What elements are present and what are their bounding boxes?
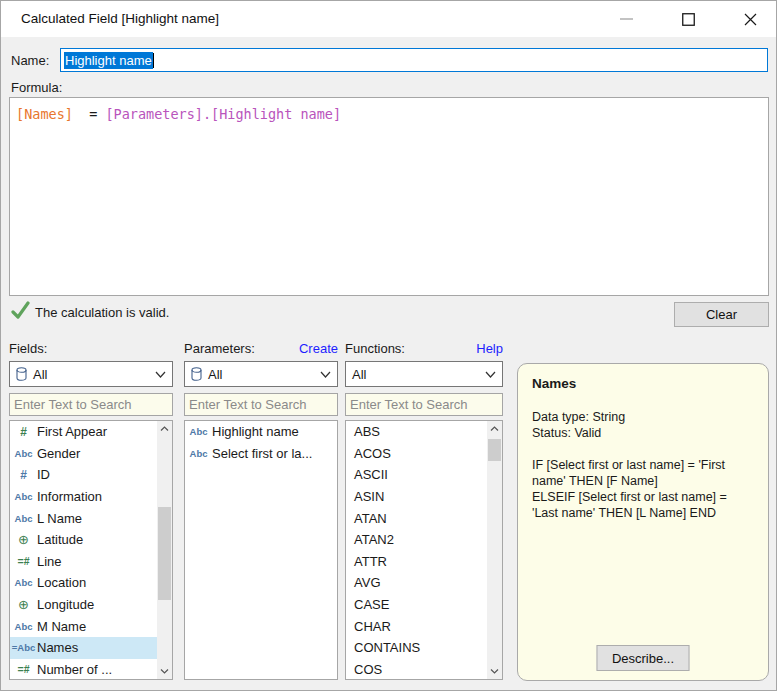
fields-scrollbar-thumb[interactable] <box>158 507 171 600</box>
field-row-label: Gender <box>37 446 80 461</box>
window-controls <box>612 1 764 37</box>
field-row-label: Location <box>37 575 86 590</box>
field-row-label: ID <box>37 467 50 482</box>
functions-list: ABS ACOS ASCII ASIN ATAN ATAN2 ATTR AVG … <box>345 420 503 680</box>
field-row-label: Information <box>37 489 102 504</box>
scroll-down-icon[interactable] <box>157 664 172 679</box>
function-row-label: AVG <box>354 575 381 590</box>
string-type-icon: Abc <box>10 577 37 588</box>
name-value-selected: Highlight name <box>64 52 153 69</box>
parameter-row-label: Highlight name <box>212 424 299 439</box>
parameter-row[interactable]: AbcHighlight name <box>185 421 337 443</box>
functions-label: Functions: <box>345 341 405 356</box>
describe-button[interactable]: Describe... <box>597 645 690 671</box>
minimize-button[interactable] <box>612 5 640 33</box>
calculated-string-icon: =Abc <box>10 642 37 653</box>
function-row[interactable]: CHAR <box>346 615 487 637</box>
function-row[interactable]: ATAN <box>346 507 487 529</box>
field-row[interactable]: #First Appear <box>10 421 157 443</box>
parameters-search-input[interactable] <box>184 393 338 416</box>
chevron-down-icon <box>320 371 331 378</box>
function-row[interactable]: CASE <box>346 594 487 616</box>
field-row[interactable]: AbcL Name <box>10 507 157 529</box>
formula-editor[interactable]: [Names] = [Parameters].[Highlight name] <box>9 97 769 296</box>
titlebar[interactable]: Calculated Field [Highlight name] <box>1 1 776 37</box>
field-row[interactable]: =#Number of ... <box>10 659 157 680</box>
function-row[interactable]: ASCII <box>346 464 487 486</box>
formula-operator-token: = <box>73 106 106 122</box>
function-row-label: CASE <box>354 597 389 612</box>
function-row-label: COS <box>354 662 382 677</box>
field-row[interactable]: ⊕Longitude <box>10 594 157 616</box>
scroll-up-icon[interactable] <box>157 421 172 436</box>
parameters-label: Parameters: <box>184 341 255 356</box>
fields-search-input[interactable] <box>9 393 173 416</box>
functions-filter-dropdown[interactable]: All <box>345 361 503 387</box>
detail-title: Names <box>532 376 754 391</box>
field-row-label: Line <box>37 554 62 569</box>
globe-icon: ⊕ <box>10 532 37 547</box>
formula-parameter-token: [Parameters].[Highlight name] <box>105 106 341 122</box>
string-type-icon: Abc <box>10 513 37 524</box>
formula-field-token: [Names] <box>16 106 73 122</box>
formula-label: Formula: <box>11 80 62 95</box>
calculated-number-icon: =# <box>10 555 37 567</box>
function-row[interactable]: ATTR <box>346 551 487 573</box>
field-row[interactable]: AbcInformation <box>10 486 157 508</box>
field-row-selected[interactable]: =AbcNames <box>10 637 157 659</box>
calculated-field-dialog: Calculated Field [Highlight name] Name: … <box>0 0 777 691</box>
functions-header: Functions: Help <box>345 341 503 356</box>
parameters-filter-value: All <box>208 367 314 382</box>
close-icon <box>744 13 757 26</box>
function-row[interactable]: ABS <box>346 421 487 443</box>
function-row[interactable]: COS <box>346 659 487 680</box>
parameters-header: Parameters: Create <box>184 341 338 356</box>
function-row[interactable]: ASIN <box>346 486 487 508</box>
function-row-label: ATAN <box>354 511 387 526</box>
field-row[interactable]: AbcGender <box>10 443 157 465</box>
functions-scrollbar[interactable] <box>487 421 502 679</box>
text-caret <box>153 53 154 68</box>
scroll-down-icon[interactable] <box>487 664 502 679</box>
field-row[interactable]: AbcM Name <box>10 615 157 637</box>
number-type-icon: # <box>10 425 37 439</box>
parameters-filter-dropdown[interactable]: All <box>184 361 338 387</box>
function-row-label: CHAR <box>354 619 391 634</box>
fields-scrollbar[interactable] <box>157 421 172 679</box>
clear-button[interactable]: Clear <box>674 302 769 327</box>
field-row[interactable]: ⊕Latitude <box>10 529 157 551</box>
function-row-label: CONTAINS <box>354 640 420 655</box>
chevron-down-icon <box>485 371 496 378</box>
parameters-list: AbcHighlight name AbcSelect first or la.… <box>184 420 338 680</box>
fields-filter-dropdown[interactable]: All <box>9 361 173 387</box>
field-row[interactable]: =#Line <box>10 551 157 573</box>
function-row[interactable]: AVG <box>346 572 487 594</box>
name-input[interactable]: Highlight name <box>60 48 768 72</box>
validation-message: The calculation is valid. <box>35 305 169 320</box>
valid-check-icon <box>11 301 30 320</box>
function-row-label: ATTR <box>354 554 387 569</box>
fields-filter-value: All <box>33 367 149 382</box>
function-row[interactable]: CONTAINS <box>346 637 487 659</box>
field-row[interactable]: #ID <box>10 464 157 486</box>
function-row[interactable]: ATAN2 <box>346 529 487 551</box>
field-detail-panel: Names Data type: String Status: Valid IF… <box>517 363 769 681</box>
function-row-label: ABS <box>354 424 380 439</box>
parameter-row[interactable]: AbcSelect first or la... <box>185 443 337 465</box>
field-row-label: First Appear <box>37 424 107 439</box>
help-link[interactable]: Help <box>476 341 503 356</box>
function-row-label: ACOS <box>354 446 391 461</box>
detail-formula-description: IF [Select first or last name] = 'First … <box>532 457 754 521</box>
function-row[interactable]: ACOS <box>346 443 487 465</box>
maximize-button[interactable] <box>674 5 702 33</box>
close-button[interactable] <box>736 5 764 33</box>
function-row-label: ASIN <box>354 489 384 504</box>
string-type-icon: Abc <box>10 491 37 502</box>
functions-search-input[interactable] <box>345 393 503 416</box>
field-row-label: Longitude <box>37 597 94 612</box>
field-row[interactable]: AbcLocation <box>10 572 157 594</box>
scroll-up-icon[interactable] <box>487 421 502 436</box>
create-link[interactable]: Create <box>299 341 338 356</box>
database-icon <box>16 367 27 381</box>
functions-scrollbar-thumb[interactable] <box>488 439 501 461</box>
